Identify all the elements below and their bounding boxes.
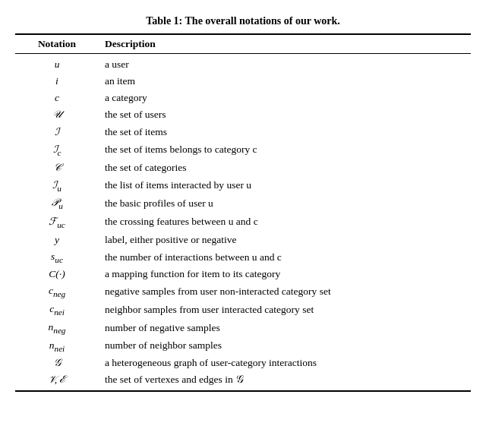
description-cell: a mapping function for item to its categ… [99,266,471,282]
description-cell: the crossing features between u and c [99,213,471,232]
table-row: cneineighbor samples from user interacte… [15,301,471,319]
header-notation: Notation [15,34,99,54]
notation-cell: suc [15,248,99,267]
table-row: ylabel, either positive or negative [15,232,471,248]
notation-cell: nnei [15,337,99,355]
description-cell: the set of vertexes and edges in 𝒢 [99,371,471,391]
description-cell: a heterogeneous graph of user-category i… [99,355,471,371]
table-row: 𝒞the set of categories [15,159,471,176]
notation-cell: u [15,54,99,74]
description-cell: label, either positive or negative [99,232,471,248]
table-row: ian item [15,73,471,90]
description-cell: a user [99,54,471,74]
notation-cell: cnei [15,301,99,319]
notation-cell: c [15,90,99,106]
table-row: ca category [15,90,471,106]
notation-cell: 𝒱, ℰ [15,371,99,391]
table-row: ua user [15,54,471,74]
description-cell: the set of users [99,106,471,123]
notation-cell: ℐu [15,176,99,195]
table-row: nnegnumber of negative samples [15,319,471,337]
description-cell: the set of items belongs to category c [99,140,471,159]
table-row: ℐcthe set of items belongs to category c [15,140,471,159]
table-row: 𝒫uthe basic profiles of user u [15,194,471,213]
table-row: 𝒰the set of users [15,106,471,123]
table-row: ℐthe set of items [15,123,471,140]
notation-cell: 𝒫u [15,194,99,213]
description-cell: the set of items [99,123,471,140]
table-row: cnegnegative samples from user non-inter… [15,282,471,301]
description-cell: a category [99,90,471,106]
table-row: 𝒢a heterogeneous graph of user-category … [15,355,471,371]
table-row: ℐuthe list of items interacted by user u [15,176,471,195]
notation-cell: ℐ [15,123,99,140]
notation-cell: ℱuc [15,213,99,232]
notation-cell: nneg [15,319,99,337]
description-cell: negative samples from user non-interacte… [99,282,471,301]
table-row: 𝒱, ℰthe set of vertexes and edges in 𝒢 [15,371,471,391]
notation-cell: 𝒢 [15,355,99,371]
notation-cell: y [15,232,99,248]
description-cell: the list of items interacted by user u [99,176,471,195]
table-row: C(·)a mapping function for item to its c… [15,266,471,282]
table-header-row: Notation Description [15,34,471,54]
description-cell: the basic profiles of user u [99,194,471,213]
description-cell: neighbor samples from user interacted ca… [99,301,471,319]
notation-cell: cneg [15,282,99,301]
notation-cell: ℐc [15,140,99,159]
notation-cell: 𝒞 [15,159,99,176]
table-row: ℱucthe crossing features between u and c [15,213,471,232]
notation-table: Notation Description ua userian itemca c… [15,33,471,392]
notation-cell: C(·) [15,266,99,282]
description-cell: the number of interactions between u and… [99,248,471,267]
notation-cell: i [15,73,99,90]
header-description: Description [99,34,471,54]
table-container: Table 1: The overall notations of our wo… [15,15,471,392]
description-cell: the set of categories [99,159,471,176]
table-row: nneinumber of neighbor samples [15,337,471,355]
description-cell: number of negative samples [99,319,471,337]
table-row: sucthe number of interactions between u … [15,248,471,267]
description-cell: number of neighbor samples [99,337,471,355]
description-cell: an item [99,73,471,90]
table-title: Table 1: The overall notations of our wo… [15,15,471,27]
notation-cell: 𝒰 [15,106,99,123]
